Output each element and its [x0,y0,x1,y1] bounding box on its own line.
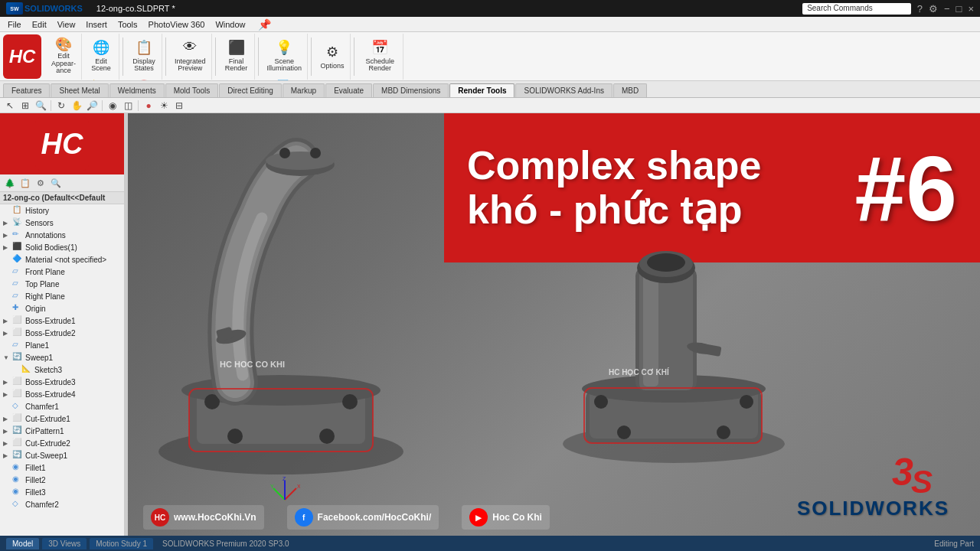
edit-appearance-label: EditAppear-ance [51,53,76,76]
bottom-tab-3dviews[interactable]: 3D Views [42,538,87,549]
mini-icon-rotate[interactable]: ↻ [54,99,68,112]
edit-decal-button[interactable]: 📐 EditDecal [86,75,116,81]
help-icon[interactable]: ? [917,3,923,15]
sidebar-icon-propertymanager[interactable]: 📋 [18,176,32,190]
website-item-youtube: ▶ Hoc Co Khi [462,505,550,530]
mini-icon-zoom-fit[interactable]: ⊞ [18,99,32,112]
tab-solidworks-addins[interactable]: SOLIDWORKS Add-Ins [515,83,612,97]
tree-item-fillet1[interactable]: ◉ Fillet1 [0,461,124,474]
tree-item-boss-extrude3[interactable]: ▶ ⬜ Boss-Extrude3 [0,376,124,388]
main-area: HC 🌲 📋 ⚙ 🔍 12-ong-co (Default<<Default 📋… [0,113,980,536]
tree-item-fillet3[interactable]: ◉ Fillet3 [0,486,124,498]
edit-scene-button[interactable]: 🌐 EditScene [86,35,116,75]
tree-item-cut-extrude1[interactable]: ▶ ⬜ Cut-Extrude1 [0,412,124,425]
bottom-tab-model[interactable]: Model [6,538,39,549]
menu-photoview[interactable]: PhotoView 360 [144,18,210,31]
tree-item-cirpattern1[interactable]: ▶ 🔄 CirPattern1 [0,425,124,437]
tree-item-cut-extrude2[interactable]: ▶ ⬜ Cut-Extrude2 [0,437,124,449]
item-icon-boss-extrude1: ⬜ [12,315,23,326]
tree-item-top-plane[interactable]: ▱ Top Plane [0,278,124,290]
tab-mold-tools[interactable]: Mold Tools [165,83,219,97]
final-render-label: FinalRender [225,58,248,73]
display-target-button[interactable]: 🎯 DisplayTarget [129,75,159,81]
mini-icon-view-orient[interactable]: ◉ [106,99,119,112]
final-render-button[interactable]: ⬛ FinalRender [221,35,252,75]
mini-icon-zoom[interactable]: 🔎 [85,99,99,112]
tree-item-sketch3[interactable]: 📐 Sketch3 [0,364,124,376]
item-icon-history: 📋 [12,205,23,216]
tab-mbd-dimensions[interactable]: MBD Dimensions [373,83,449,97]
tree-item-right-plane[interactable]: ▱ Right Plane [0,290,124,302]
sidebar-icon-featuretree[interactable]: 🌲 [3,176,17,190]
expand-icon-boss-extrude3: ▶ [3,379,11,386]
recall-last-render-button[interactable]: ↩ Recall LastRender [360,75,400,81]
minimize-button[interactable]: − [944,3,950,15]
tree-item-material[interactable]: 🔷 Material <not specified> [0,253,124,266]
menu-insert[interactable]: Insert [81,18,112,31]
schedule-render-icon: 📅 [369,37,390,58]
tree-item-chamfer1[interactable]: ◇ Chamfer1 [0,400,124,412]
tab-evaluate[interactable]: Evaluate [325,83,372,97]
integrated-preview-button[interactable]: 👁 IntegratedPreview [172,35,209,75]
tab-render-tools[interactable]: Render Tools [449,83,514,97]
menu-window[interactable]: Window [211,18,250,31]
svg-point-9 [266,152,335,170]
tab-markup[interactable]: Markup [283,83,325,97]
menu-edit[interactable]: Edit [28,18,51,31]
tree-item-origin[interactable]: ✚ Origin [0,302,124,315]
edit-appearance-button[interactable]: 🎨 EditAppear-ance [48,35,79,77]
tree-item-chamfer2[interactable]: ◇ Chamfer2 [0,498,124,510]
tree-item-sensors[interactable]: ▶ 📡 Sensors [0,217,124,229]
tree-item-boss-extrude2[interactable]: ▶ ⬜ Boss-Extrude2 [0,327,124,339]
preview-window-button[interactable]: 🖼 PreviewWindow [175,75,205,81]
tab-sheet-metal[interactable]: Sheet Metal [51,83,108,97]
canvas-area[interactable]: Complex shape khó - phức tạp #6 [128,113,980,536]
tab-features[interactable]: Features [3,83,50,97]
tree-item-fillet2[interactable]: ◉ Fillet2 [0,474,124,486]
item-icon-fillet3: ◉ [12,487,23,497]
tab-mbd[interactable]: MBD [613,83,647,97]
tree-item-solid-bodies[interactable]: ▶ ⬛ Solid Bodies(1) [0,241,124,253]
schedule-render-button[interactable]: 📅 ScheduleRender [363,35,398,75]
scene-illumination-button[interactable]: 💡 SceneIllumination [264,35,305,75]
tab-direct-editing[interactable]: Direct Editing [219,83,281,97]
tree-item-cut-sweep1[interactable]: ▶ 🔄 Cut-Sweep1 [0,449,124,461]
menu-pin[interactable]: 📌 [253,17,276,32]
mini-icon-zoom-in[interactable]: 🔍 [34,99,47,112]
tree-item-sweep1[interactable]: ▼ 🔄 Sweep1 [0,351,124,364]
mini-icon-select[interactable]: ↖ [3,99,17,112]
item-icon-top-plane: ▱ [12,279,23,289]
mini-icon-display-style[interactable]: ◫ [121,99,135,112]
mini-sep-2 [102,100,103,111]
tree-item-history[interactable]: 📋 History [0,204,124,217]
tree-item-boss-extrude4[interactable]: ▶ ⬜ Boss-Extrude4 [0,388,124,400]
tree-item-boss-extrude1[interactable]: ▶ ⬜ Boss-Extrude1 [0,315,124,327]
mini-icon-pan[interactable]: ✋ [70,99,83,112]
proof-sheet-button[interactable]: 📄 ProofSheet [269,75,299,81]
toolbar: HC 🎨 EditAppear-ance 🌐 EditScene 📐 EditD… [0,32,980,81]
render-region-button[interactable]: ▣ RenderRegion [221,75,252,81]
scene-illumination-label: SceneIllumination [267,58,302,73]
menu-tools[interactable]: Tools [113,18,142,31]
mini-icon-section[interactable]: ⊟ [172,99,186,112]
tree-item-front-plane[interactable]: ▱ Front Plane [0,266,124,278]
bottom-tab-motionstudy[interactable]: Motion Study 1 [90,538,153,549]
search-box[interactable]: Search Commands [802,3,911,15]
sidebar-icon-search[interactable]: 🔍 [49,176,63,190]
sidebar-logo-area: HC [0,113,124,174]
menu-file[interactable]: File [3,18,26,31]
svg-point-29 [647,253,685,272]
mini-icon-color[interactable]: ● [142,99,155,112]
tree-item-annotations[interactable]: ▶ ✏ Annotations [0,229,124,241]
close-button[interactable]: × [968,3,974,15]
menu-view[interactable]: View [53,18,80,31]
item-icon-boss-extrude3: ⬜ [12,377,23,387]
display-states-button[interactable]: 📋 DisplayStates [129,35,159,75]
tree-item-plane1[interactable]: ▱ Plane1 [0,339,124,351]
sidebar-icon-config[interactable]: ⚙ [34,176,47,190]
settings-icon[interactable]: ⚙ [929,3,938,15]
tab-weldments[interactable]: Weldments [109,83,165,97]
maximize-button[interactable]: □ [956,3,962,15]
options-button[interactable]: ⚙ Options [317,35,348,77]
mini-icon-light[interactable]: ☀ [157,99,171,112]
